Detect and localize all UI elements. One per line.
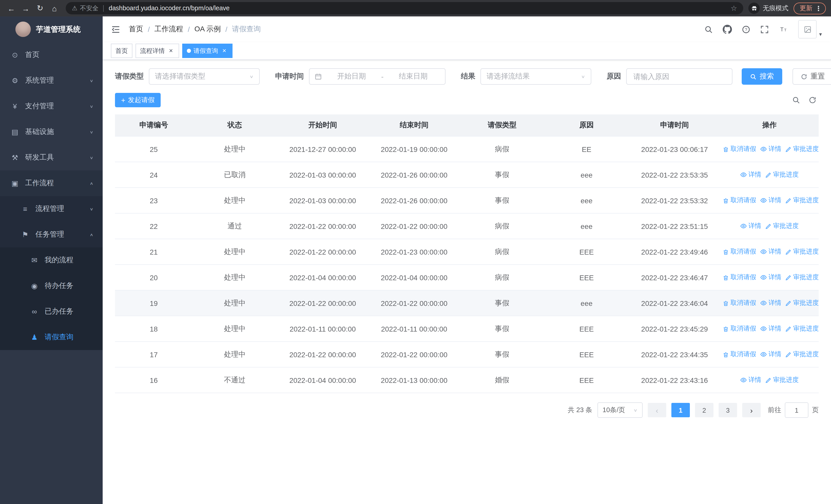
browser-nav: ← → ↻ ⌂ bbox=[5, 2, 61, 14]
action-detail[interactable]: 详情 bbox=[760, 196, 781, 205]
page-button-2[interactable]: 2 bbox=[695, 403, 713, 417]
github-icon[interactable] bbox=[723, 25, 732, 34]
action-detail[interactable]: 详情 bbox=[760, 145, 781, 153]
action-cancel-leave[interactable]: 取消请假 bbox=[723, 196, 756, 205]
action-cancel-leave[interactable]: 取消请假 bbox=[723, 145, 756, 153]
action-approval-progress[interactable]: 审批进度 bbox=[785, 324, 819, 333]
cell-apply-time: 2022-01-22 23:49:46 bbox=[629, 239, 720, 265]
close-icon[interactable]: × bbox=[167, 47, 174, 54]
back-button[interactable]: ← bbox=[5, 2, 18, 14]
search-button-label: 搜索 bbox=[760, 72, 774, 81]
sidebar-item-leave-query[interactable]: ♟请假查询 bbox=[0, 324, 103, 350]
bookmark-star-icon[interactable]: ☆ bbox=[730, 4, 737, 12]
security-label[interactable]: 不安全 bbox=[80, 4, 98, 12]
page-button-3[interactable]: 3 bbox=[719, 403, 737, 417]
cell-leave-type: 事假 bbox=[460, 162, 544, 187]
leave-type-select[interactable]: 请选择请假类型 ∨ bbox=[149, 68, 260, 85]
result-select[interactable]: 请选择流结果 ∨ bbox=[481, 68, 591, 85]
font-size-icon[interactable]: TT bbox=[779, 25, 789, 34]
action-cancel-leave[interactable]: 取消请假 bbox=[723, 273, 756, 282]
svg-text:?: ? bbox=[745, 27, 747, 32]
action-approval-progress[interactable]: 审批进度 bbox=[785, 196, 819, 205]
trash-icon bbox=[723, 146, 729, 152]
url-text[interactable]: dashboard.yudao.iocoder.cn/bpm/oa/leave bbox=[109, 5, 730, 12]
sidebar-item-task-mgmt[interactable]: ⚑任务管理∧ bbox=[0, 222, 103, 247]
cell-actions: 取消请假详情审批进度 bbox=[720, 187, 819, 213]
fullscreen-icon[interactable] bbox=[760, 25, 769, 34]
forward-button[interactable]: → bbox=[20, 2, 32, 14]
action-approval-progress[interactable]: 审批进度 bbox=[785, 350, 819, 359]
action-approval-progress[interactable]: 审批进度 bbox=[765, 170, 799, 179]
sidebar-item-system[interactable]: ⚙系统管理∨ bbox=[0, 68, 103, 93]
edit-icon bbox=[765, 223, 771, 229]
cell-apply-time: 2022-01-22 23:51:15 bbox=[629, 213, 720, 239]
start-date-placeholder[interactable]: 开始日期 bbox=[325, 72, 378, 81]
sidebar-item-my-process[interactable]: ✉我的流程 bbox=[0, 247, 103, 273]
breadcrumb-separator: / bbox=[148, 25, 150, 33]
tab-请假查询[interactable]: 请假查询× bbox=[182, 43, 232, 58]
action-cancel-leave[interactable]: 取消请假 bbox=[723, 324, 756, 333]
action-detail[interactable]: 详情 bbox=[740, 376, 761, 384]
action-cancel-leave[interactable]: 取消请假 bbox=[723, 247, 756, 256]
breadcrumb-item[interactable]: 首页 bbox=[129, 25, 143, 34]
help-icon[interactable]: ? bbox=[742, 25, 750, 34]
action-cancel-leave[interactable]: 取消请假 bbox=[723, 350, 756, 359]
breadcrumb-item[interactable]: 工作流程 bbox=[154, 25, 183, 34]
action-detail[interactable]: 详情 bbox=[740, 221, 761, 230]
action-detail[interactable]: 详情 bbox=[760, 324, 781, 333]
tab-首页[interactable]: 首页 bbox=[111, 43, 133, 58]
reason-input[interactable] bbox=[632, 72, 726, 81]
sidebar-item-home[interactable]: ⊙首页 bbox=[0, 42, 103, 68]
warning-icon: ⚠ bbox=[72, 5, 78, 12]
action-cancel-leave[interactable]: 取消请假 bbox=[723, 299, 756, 307]
end-date-placeholder[interactable]: 结束日期 bbox=[387, 72, 440, 81]
action-approval-progress[interactable]: 审批进度 bbox=[785, 299, 819, 307]
action-approval-progress[interactable]: 审批进度 bbox=[765, 376, 799, 384]
action-detail[interactable]: 详情 bbox=[760, 350, 781, 358]
sidebar-collapse-icon[interactable] bbox=[111, 24, 121, 34]
update-button[interactable]: 更新 ⋮ bbox=[794, 2, 826, 14]
reload-button[interactable]: ↻ bbox=[34, 2, 46, 14]
goto-page-input[interactable] bbox=[785, 403, 808, 418]
next-page-button[interactable]: › bbox=[742, 403, 761, 417]
sidebar-item-done-task[interactable]: ∞已办任务 bbox=[0, 299, 103, 324]
toggle-search-icon[interactable] bbox=[792, 96, 800, 104]
action-detail[interactable]: 详情 bbox=[740, 170, 761, 179]
refresh-icon[interactable] bbox=[808, 96, 816, 104]
apply-time-range-picker[interactable]: 开始日期 - 结束日期 bbox=[309, 68, 446, 85]
tags-view: 首页流程详情×请假查询× bbox=[103, 42, 831, 60]
search-button[interactable]: 搜索 bbox=[742, 68, 782, 85]
user-avatar[interactable]: ▼ bbox=[798, 20, 823, 38]
page-size-select[interactable]: 10条/页 ∨ bbox=[598, 403, 642, 418]
action-approval-progress[interactable]: 审批进度 bbox=[765, 222, 799, 231]
sidebar-item-infrastructure[interactable]: ▤基础设施∨ bbox=[0, 119, 103, 145]
action-detail[interactable]: 详情 bbox=[760, 298, 781, 307]
page-size-value: 10条/页 bbox=[603, 406, 625, 415]
close-icon[interactable]: × bbox=[221, 47, 228, 54]
cell-start-time: 2022-01-11 00:00:00 bbox=[277, 316, 368, 342]
action-approval-progress[interactable]: 审批进度 bbox=[785, 247, 819, 256]
action-approval-progress[interactable]: 审批进度 bbox=[785, 145, 819, 153]
reset-button[interactable]: 重置 bbox=[793, 68, 831, 85]
breadcrumb-item[interactable]: OA 示例 bbox=[195, 25, 221, 34]
sidebar-item-todo-task[interactable]: ◉待办任务 bbox=[0, 273, 103, 299]
page-button-1[interactable]: 1 bbox=[671, 403, 690, 417]
sidebar-item-process-mgmt[interactable]: ≡流程管理∨ bbox=[0, 196, 103, 222]
action-approval-progress[interactable]: 审批进度 bbox=[785, 273, 819, 282]
breadcrumb-separator: / bbox=[225, 25, 227, 33]
prev-page-button[interactable]: ‹ bbox=[648, 403, 666, 417]
tab-流程详情[interactable]: 流程详情× bbox=[136, 43, 179, 58]
browser-menu-icon[interactable]: ⋮ bbox=[815, 4, 822, 12]
result-placeholder: 请选择流结果 bbox=[487, 72, 530, 81]
breadcrumb-item: 请假查询 bbox=[232, 25, 261, 34]
sidebar-item-payment[interactable]: ¥支付管理∨ bbox=[0, 93, 103, 119]
search-icon[interactable] bbox=[704, 25, 713, 34]
action-detail[interactable]: 详情 bbox=[760, 273, 781, 281]
table-row: 17处理中2022-01-22 00:00:002022-01-22 00:00… bbox=[115, 342, 819, 367]
address-bar[interactable]: ⚠ 不安全 dashboard.yudao.iocoder.cn/bpm/oa/… bbox=[66, 2, 743, 14]
sidebar-item-dev-tools[interactable]: ⚒研发工具∨ bbox=[0, 145, 103, 170]
sidebar-item-workflow[interactable]: ▣工作流程∧ bbox=[0, 170, 103, 196]
create-leave-button[interactable]: + 发起请假 bbox=[115, 93, 161, 107]
action-detail[interactable]: 详情 bbox=[760, 247, 781, 256]
home-button[interactable]: ⌂ bbox=[48, 2, 61, 14]
